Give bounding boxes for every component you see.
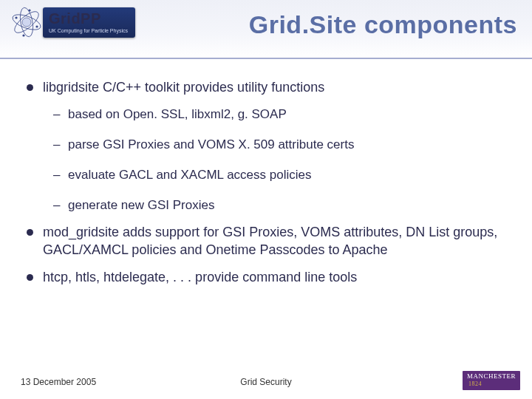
bullet-text: mod_gridsite adds support for GSI Proxie… [43, 225, 497, 257]
slide-content: libgridsite C/C++ toolkit provides utili… [0, 59, 532, 286]
svg-point-4 [15, 16, 17, 18]
list-item: mod_gridsite adds support for GSI Proxie… [27, 223, 510, 259]
logo-badge: GridPP UK Computing for Particle Physics [43, 7, 135, 38]
sub-list: based on Open. SSL, libxml2, g. SOAP par… [43, 106, 510, 214]
gridpp-logo-icon [10, 6, 43, 38]
logo-block: GridPP UK Computing for Particle Physics [10, 6, 135, 38]
sub-list-item: parse GSI Proxies and VOMS X. 509 attrib… [43, 137, 510, 154]
bullet-text: libgridsite C/C++ toolkit provides utili… [43, 80, 324, 95]
footer-date: 13 December 2005 [21, 377, 96, 387]
slide-header: GridPP UK Computing for Particle Physics… [0, 0, 532, 59]
svg-point-7 [22, 34, 24, 36]
footer-org: MANCHESTER 1824 [463, 371, 520, 390]
sub-list-item: evaluate GACL and XACML access policies [43, 167, 510, 184]
org-name: MANCHESTER [467, 372, 516, 380]
svg-point-6 [28, 9, 30, 11]
org-year: 1824 [468, 381, 482, 388]
svg-point-5 [35, 25, 38, 27]
logo-name: GridPP [49, 10, 101, 27]
manchester-badge: MANCHESTER 1824 [463, 371, 520, 390]
slide-footer: 13 December 2005 Grid Security MANCHESTE… [0, 369, 532, 392]
bullet-text: htcp, htls, htdelegate, . . . provide co… [43, 270, 357, 284]
list-item: libgridsite C/C++ toolkit provides utili… [27, 78, 510, 214]
logo-tagline: UK Computing for Particle Physics [49, 28, 128, 33]
slide-title: Grid.Site components [249, 10, 517, 39]
bullet-list: libgridsite C/C++ toolkit provides utili… [27, 78, 510, 286]
sub-list-item: generate new GSI Proxies [43, 197, 510, 214]
sub-list-item: based on Open. SSL, libxml2, g. SOAP [43, 106, 510, 123]
svg-point-3 [22, 18, 31, 27]
list-item: htcp, htls, htdelegate, . . . provide co… [27, 268, 510, 286]
footer-center: Grid Security [240, 377, 291, 387]
